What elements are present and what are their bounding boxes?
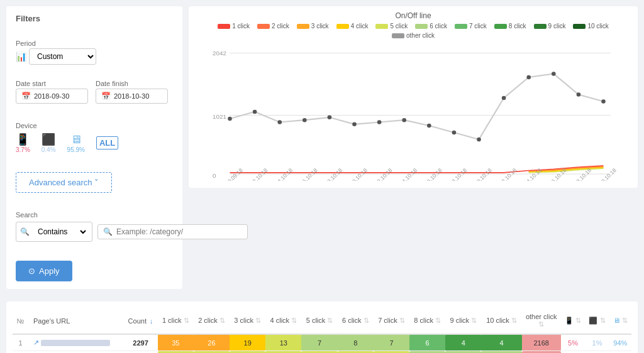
cell-mobile-pct: 5%: [561, 334, 585, 351]
apply-button[interactable]: ⊙ Apply: [16, 261, 72, 281]
search-type-select[interactable]: Contains Equals Starts with: [31, 224, 88, 239]
cell-10click: 8: [481, 351, 521, 354]
search-icon: 🔍: [103, 227, 113, 236]
svg-point-16: [477, 138, 481, 142]
advanced-search-section: Advanced search ˅: [16, 172, 112, 193]
dates-row: Date start 📅 2018-09-30 Date finish 📅 20…: [16, 80, 168, 104]
search-label: Search: [16, 211, 38, 219]
advanced-search-button[interactable]: Advanced search ˅: [16, 172, 112, 193]
cell-5click: 7: [301, 334, 337, 351]
device-all[interactable]: ALL: [96, 136, 118, 149]
url-link-icon[interactable]: ↗: [33, 339, 39, 346]
th-3click[interactable]: 3 click ⇅: [230, 308, 265, 334]
th-2click[interactable]: 2 click ⇅: [194, 308, 230, 334]
svg-point-6: [228, 117, 232, 121]
data-table: № Page's URL Count ↓ 1 click ⇅ 2 click ⇅…: [13, 308, 631, 353]
svg-point-21: [601, 99, 606, 104]
th-1click[interactable]: 1 click ⇅: [158, 308, 194, 334]
svg-text:0: 0: [213, 172, 216, 179]
svg-point-15: [452, 131, 457, 135]
svg-point-13: [402, 118, 406, 122]
mobile-pct: 3.7%: [16, 146, 30, 153]
legend-10click-label: 10 click: [587, 23, 608, 30]
legend-3click-label: 3 click: [311, 23, 329, 30]
cell-3click: 11: [230, 351, 265, 354]
th-desktop[interactable]: 🖥 ⇅: [609, 308, 631, 334]
device-section: Device 📱 3.7% ⬛ 0.4% 🖥 95.9%: [16, 121, 118, 153]
cell-num: 1: [13, 334, 28, 351]
calendar-start-icon: 📅: [21, 92, 31, 100]
device-mobile[interactable]: 📱 3.7%: [16, 133, 30, 153]
cell-7click: 10: [374, 351, 409, 354]
legend-3click-dot: [297, 24, 309, 29]
legend-otherclick-label: other click: [406, 32, 435, 39]
cell-desktop-pct: 98%: [609, 351, 631, 354]
legend-10click: 10 click: [573, 23, 608, 30]
th-8click[interactable]: 8 click ⇅: [409, 308, 445, 334]
cell-url: ↗: [28, 351, 124, 354]
svg-point-11: [352, 122, 357, 127]
table-row: 1 ↗ 22973526191378764421685%1%94%: [13, 334, 631, 351]
svg-point-17: [502, 96, 506, 100]
chart-legend: 1 click 2 click 3 click 4 click 5 click: [196, 23, 630, 39]
tablet-icon: ⬛: [42, 133, 55, 146]
cell-tablet-pct: 1%: [585, 334, 609, 351]
legend-otherclick-dot: [392, 33, 404, 38]
device-desktop[interactable]: 🖥 95.9%: [67, 133, 85, 153]
th-10click[interactable]: 10 click ⇅: [481, 308, 521, 334]
cell-8click: 9: [409, 351, 445, 354]
th-num: №: [13, 308, 28, 334]
legend-4click-dot: [336, 24, 349, 29]
cell-6click: 11: [338, 351, 374, 354]
cell-count: 2297: [124, 334, 158, 351]
th-7click[interactable]: 7 click ⇅: [374, 308, 409, 334]
period-select[interactable]: Custom Last 7 days Last 30 days: [29, 48, 96, 65]
legend-9click-label: 9 click: [548, 23, 566, 30]
th-url[interactable]: Page's URL: [28, 308, 124, 334]
cell-desktop-pct: 94%: [609, 334, 631, 351]
th-9click[interactable]: 9 click ⇅: [445, 308, 481, 334]
th-mobile[interactable]: 📱 ⇅: [561, 308, 585, 334]
date-start-input[interactable]: 📅 2018-09-30: [16, 89, 88, 104]
date-finish-input[interactable]: 📅 2018-10-30: [96, 89, 168, 104]
svg-point-9: [303, 118, 307, 122]
legend-2click: 2 click: [257, 23, 289, 30]
legend-1click-label: 1 click: [232, 23, 250, 30]
device-tablet[interactable]: ⬛ 0.4%: [42, 133, 56, 153]
legend-7click: 7 click: [455, 23, 487, 30]
apply-icon: ⊙: [28, 266, 35, 276]
cell-7click: 7: [374, 334, 409, 351]
th-tablet[interactable]: ⬛ ⇅: [585, 308, 609, 334]
cell-mobile-pct: 2%: [561, 351, 585, 354]
th-4click[interactable]: 4 click ⇅: [265, 308, 301, 334]
legend-9click-dot: [534, 24, 547, 29]
chart-title: On/Off line: [196, 11, 630, 20]
th-6click[interactable]: 6 click ⇅: [338, 308, 374, 334]
date-start-label: Date start: [16, 80, 88, 87]
search-input[interactable]: [116, 227, 242, 236]
legend-2click-dot: [257, 24, 270, 29]
svg-text:1021: 1021: [213, 113, 227, 120]
th-otherclick[interactable]: other click ⇅: [522, 308, 561, 334]
search-row: 🔍 Contains Equals Starts with 🔍: [16, 222, 248, 242]
date-finish-label: Date finish: [96, 80, 168, 87]
all-icon: ALL: [96, 136, 118, 149]
legend-9click: 9 click: [534, 23, 566, 30]
cell-tablet-pct: 0%: [585, 351, 609, 354]
th-5click[interactable]: 5 click ⇅: [301, 308, 337, 334]
th-count[interactable]: Count ↓: [124, 308, 158, 334]
table-row: 2 ↗ 15151211111111111099814122%0%98%: [13, 351, 631, 354]
main-container: Filters Period 📊 Custom Last 7 days Last…: [0, 0, 644, 353]
svg-point-12: [377, 120, 382, 124]
period-label: Period: [16, 40, 96, 47]
legend-6click: 6 click: [415, 23, 447, 30]
cell-9click: 4: [445, 334, 481, 351]
cell-4click: 13: [265, 334, 301, 351]
svg-point-7: [253, 110, 257, 114]
svg-text:30.09.18: 30.09.18: [225, 167, 244, 181]
svg-point-8: [277, 120, 282, 124]
legend-5click-dot: [375, 24, 388, 29]
legend-otherclick: other click: [392, 32, 435, 39]
svg-point-14: [427, 124, 431, 128]
filters-panel: Filters Period 📊 Custom Last 7 days Last…: [6, 6, 182, 289]
